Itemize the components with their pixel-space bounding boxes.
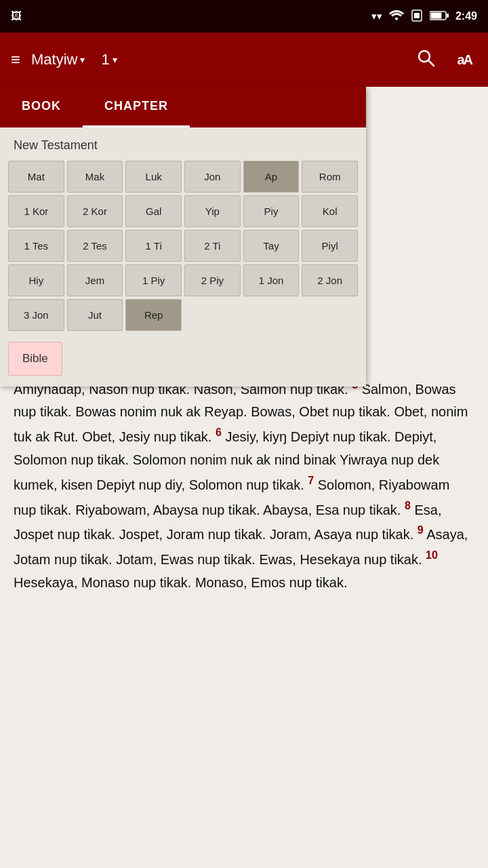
book-gal[interactable]: Gal <box>125 195 182 227</box>
sim-icon <box>411 9 423 24</box>
book-grid: Mat Mak Luk Jon Ap Rom 1 Kor 2 Kor Gal Y… <box>0 158 366 339</box>
book-rep[interactable]: Rep <box>125 299 182 331</box>
tab-book[interactable]: BOOK <box>0 87 83 127</box>
menu-button[interactable]: ≡ <box>11 50 20 69</box>
book-2piy[interactable]: 2 Piy <box>184 264 241 296</box>
book-dropdown-arrow: ▾ <box>80 54 85 65</box>
book-mat[interactable]: Mat <box>8 161 64 193</box>
book-kol[interactable]: Kol <box>302 195 358 227</box>
book-hiy[interactable]: Hiy <box>8 264 64 296</box>
book-jut[interactable]: Jut <box>67 299 123 331</box>
verse-num-9: 9 <box>418 524 424 536</box>
book-rom[interactable]: Rom <box>302 161 358 193</box>
svg-rect-4 <box>447 14 449 18</box>
book-1jon[interactable]: 1 Jon <box>243 264 300 296</box>
book-piy[interactable]: Piy <box>243 195 300 227</box>
book-1kor[interactable]: 1 Kor <box>8 195 64 227</box>
book-ap[interactable]: Ap <box>243 161 300 193</box>
chapter-dropdown-arrow: ▾ <box>113 54 117 65</box>
book-2kor[interactable]: 2 Kor <box>67 195 123 227</box>
bible-button[interactable]: Bible <box>8 342 62 376</box>
search-button[interactable] <box>411 43 441 77</box>
toolbar: ≡ Matyiw ▾ 1 ▾ aA <box>0 33 488 87</box>
book-jon[interactable]: Jon <box>184 161 241 193</box>
book-piyl[interactable]: Piyl <box>302 230 358 262</box>
book-1tes[interactable]: 1 Tes <box>8 230 64 262</box>
battery-icon <box>430 11 449 22</box>
svg-rect-3 <box>430 12 441 18</box>
image-icon: 🖼 <box>11 10 22 22</box>
font-size-button[interactable]: aA <box>451 47 477 73</box>
book-empty-1 <box>184 299 241 331</box>
verse-num-6: 6 <box>216 427 222 438</box>
book-empty-2 <box>243 299 300 331</box>
book-mak[interactable]: Mak <box>67 161 123 193</box>
book-chapter-panel: BOOK CHAPTER New Testament Mat Mak Luk J… <box>0 87 366 387</box>
book-empty-3 <box>302 299 358 331</box>
dropdown-panel: BOOK CHAPTER New Testament Mat Mak Luk J… <box>0 87 366 387</box>
book-2jon[interactable]: 2 Jon <box>302 264 358 296</box>
book-1ti[interactable]: 1 Ti <box>125 230 182 262</box>
chapter-selector[interactable]: 1 ▾ <box>101 51 117 68</box>
svg-line-6 <box>428 60 434 66</box>
section-header: New Testament <box>0 127 366 158</box>
book-3jon[interactable]: 3 Jon <box>8 299 64 331</box>
tab-book-label: BOOK <box>22 99 61 113</box>
tab-chapter[interactable]: CHAPTER <box>83 87 190 127</box>
tab-bar: BOOK CHAPTER <box>0 87 366 127</box>
verse-num-7: 7 <box>308 475 314 486</box>
status-bar: 🖼 ▾▾ <box>0 0 488 33</box>
book-selector[interactable]: Matyiw ▾ <box>31 51 85 68</box>
book-jem[interactable]: Jem <box>67 264 123 296</box>
chapter-number: 1 <box>101 51 109 68</box>
book-2ti[interactable]: 2 Ti <box>184 230 241 262</box>
verse-num-8: 8 <box>405 500 411 511</box>
wifi-signal-icon <box>389 9 404 24</box>
wifi-icon: ▾▾ <box>371 10 382 22</box>
book-2tes[interactable]: 2 Tes <box>67 230 123 262</box>
book-tay[interactable]: Tay <box>243 230 300 262</box>
book-name: Matyiw <box>31 51 77 68</box>
app-container: 🖼 ▾▾ <box>0 0 488 868</box>
svg-rect-1 <box>414 13 420 18</box>
status-time: 2:49 <box>455 10 477 22</box>
verse-num-10: 10 <box>426 549 438 561</box>
book-1piy[interactable]: 1 Piy <box>125 264 182 296</box>
book-yip[interactable]: Yip <box>184 195 241 227</box>
book-luk[interactable]: Luk <box>125 161 182 193</box>
tab-chapter-label: CHAPTER <box>104 99 168 113</box>
